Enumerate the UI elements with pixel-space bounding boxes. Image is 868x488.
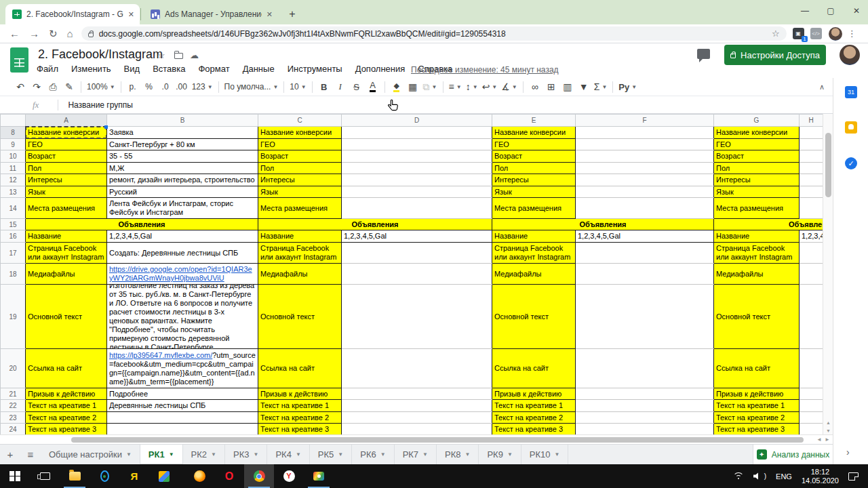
cell-H12[interactable] [800, 174, 823, 186]
start-button[interactable] [0, 464, 30, 488]
bookmark-star-icon[interactable]: ☆ [772, 28, 780, 39]
cell-D14[interactable] [342, 198, 492, 219]
cell-F10[interactable] [576, 150, 714, 163]
sheet-tab-menu-icon[interactable]: ▼ [338, 451, 343, 458]
cell-C14[interactable]: Места размещения [258, 198, 342, 219]
column-header-E[interactable]: E [492, 115, 576, 127]
yandex-browser-icon[interactable]: Y [274, 464, 304, 488]
cell-G24[interactable]: Текст на креативе 3 [714, 424, 800, 435]
cell-C20[interactable]: Ссылка на сайт [258, 349, 342, 388]
google-ads-icon[interactable] [149, 464, 179, 488]
format-currency-button[interactable]: р. [125, 79, 141, 95]
taskbar-clock[interactable]: 18:12 14.05.2020 [802, 468, 839, 485]
row-header-12[interactable]: 12 [1, 174, 26, 186]
row-header-13[interactable]: 13 [1, 186, 26, 198]
increase-decimal-button[interactable]: .00 [174, 79, 190, 95]
decrease-decimal-button[interactable]: .0 [157, 79, 174, 95]
text-wrap-button[interactable]: ↩▼ [480, 79, 500, 95]
back-icon[interactable]: ← [9, 28, 20, 39]
insert-comment-button[interactable]: ⊞ [543, 79, 559, 95]
side-panel-collapse-icon[interactable]: › [846, 447, 850, 458]
action-center-icon[interactable] [848, 472, 859, 481]
cell-E10[interactable]: Возраст [492, 150, 576, 163]
cell-G21[interactable]: Призыв к действию [714, 388, 800, 400]
cell-C18[interactable]: Медиафайлы [258, 264, 342, 285]
browser-tab-ads-manager[interactable]: Ads Manager - Управление рек ✕ [144, 4, 278, 24]
cell-H22[interactable] [800, 400, 823, 412]
sheet-tab-menu-icon[interactable]: ▼ [380, 451, 386, 458]
cell-G14[interactable]: Места размещения [714, 198, 800, 219]
cell-F16[interactable]: 1,2,3,4,5,Gal [576, 230, 714, 243]
firefox-icon[interactable] [184, 464, 214, 488]
cell-H11[interactable] [800, 163, 823, 174]
cell-B24[interactable] [107, 424, 258, 435]
filter-button[interactable]: ▼ [576, 79, 592, 95]
cell-hyperlink[interactable]: https://drive.google.com/open?id=1QIAR3e… [109, 265, 256, 283]
more-formats-button[interactable]: 123▼ [190, 79, 215, 95]
cell-G8[interactable]: Название конверсии [714, 127, 800, 139]
cell-E8[interactable]: Название конверсии [492, 127, 576, 139]
sheet-tab-РК7[interactable]: РК7▼ [395, 445, 437, 464]
cell-D21[interactable] [342, 388, 492, 400]
insert-link-button[interactable]: ∞ [527, 79, 543, 95]
vertical-scrollbar-handle[interactable] [825, 133, 831, 197]
cell-C13[interactable]: Язык [258, 186, 342, 198]
cell-E24[interactable]: Текст на креативе 3 [492, 424, 576, 435]
cell-H9[interactable] [800, 139, 823, 150]
cell-H24[interactable] [800, 424, 823, 435]
cell-G13[interactable]: Язык [714, 186, 800, 198]
tasks-icon[interactable]: ✓ [845, 157, 857, 169]
menu-формат[interactable]: Формат [198, 64, 229, 74]
cell-G9[interactable]: ГЕО [714, 139, 800, 150]
cell-A15[interactable]: Объявления [26, 219, 258, 230]
row-header-19[interactable]: 19 [1, 285, 26, 349]
cell-F22[interactable] [576, 400, 714, 412]
row-header-8[interactable]: 8 [1, 127, 26, 139]
chrome-icon[interactable] [244, 464, 274, 488]
cell-B14[interactable]: Лента Фейсбук и Инстаграм, сторис Фейсбу… [107, 198, 258, 219]
browser-avatar[interactable] [829, 27, 842, 41]
horizontal-scrollbar-handle[interactable] [71, 437, 804, 443]
sheet-tab-РК10[interactable]: РК10▼ [521, 445, 569, 464]
cell-E23[interactable]: Текст на креативе 2 [492, 412, 576, 424]
cell-E14[interactable]: Места размещения [492, 198, 576, 219]
cell-H8[interactable] [800, 127, 823, 139]
cell-G15[interactable]: Объявления [714, 219, 823, 230]
cell-H20[interactable] [800, 349, 823, 388]
borders-button[interactable]: ▦ [405, 79, 421, 95]
cell-A12[interactable]: Интересы [26, 174, 107, 186]
cell-C16[interactable]: Название [258, 230, 342, 243]
menu-вид[interactable]: Вид [124, 64, 140, 74]
cell-F20[interactable] [576, 349, 714, 388]
cell-C11[interactable]: Пол [258, 163, 342, 174]
cell-D9[interactable] [342, 139, 492, 150]
cell-F19[interactable] [576, 285, 714, 349]
vertical-align-button[interactable]: ↕▼ [464, 79, 480, 95]
insert-chart-button[interactable]: ▥ [559, 79, 576, 95]
cell-F13[interactable] [576, 186, 714, 198]
cell-A22[interactable]: Текст на креативе 1 [26, 400, 107, 412]
redo-button[interactable]: ↷ [28, 79, 45, 95]
sheet-tab-РК5[interactable]: РК5▼ [310, 445, 352, 464]
font-size-button[interactable]: 10▼ [288, 79, 308, 95]
cell-E21[interactable]: Призыв к действию [492, 388, 576, 400]
cell-D13[interactable] [342, 186, 492, 198]
cell-hyperlink[interactable]: https://lp395647.myflexbe.com/ [109, 351, 212, 359]
paint-format-button[interactable]: ✎ [61, 79, 77, 95]
document-title[interactable]: 2. Facebook/Instagram [38, 47, 163, 62]
cell-E11[interactable]: Пол [492, 163, 576, 174]
cell-E22[interactable]: Текст на креативе 1 [492, 400, 576, 412]
cell-C9[interactable]: ГЕО [258, 139, 342, 150]
opera-icon[interactable]: O [214, 464, 244, 488]
row-header-23[interactable]: 23 [1, 412, 26, 424]
horizontal-align-button[interactable]: ≡▼ [447, 79, 464, 95]
sheet-tab-РК3[interactable]: РК3▼ [225, 445, 267, 464]
cell-D23[interactable] [342, 412, 492, 424]
cell-D17[interactable] [342, 243, 492, 264]
cell-D18[interactable] [342, 264, 492, 285]
account-avatar[interactable] [840, 45, 860, 65]
cell-H13[interactable] [800, 186, 823, 198]
cell-A24[interactable]: Текст на креативе 3 [26, 424, 107, 435]
cell-E12[interactable]: Интересы [492, 174, 576, 186]
cell-D11[interactable] [342, 163, 492, 174]
